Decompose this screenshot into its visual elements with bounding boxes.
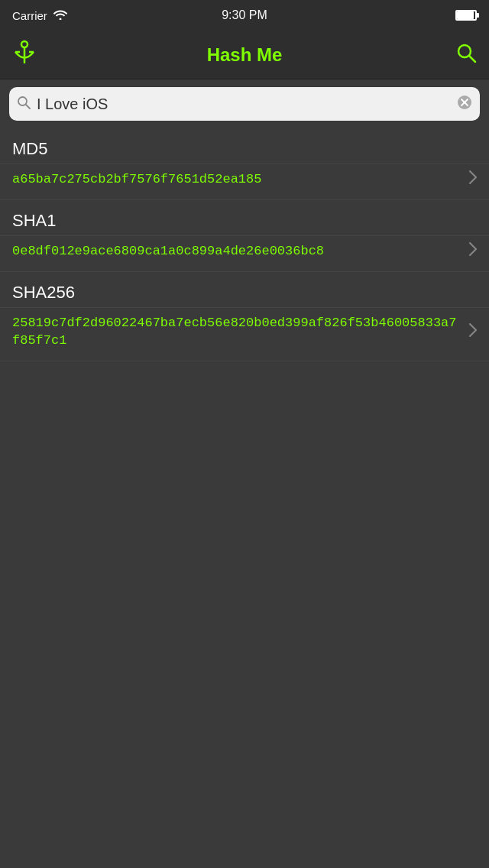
search-small-icon (17, 96, 31, 113)
clear-button[interactable] (457, 95, 472, 114)
status-bar: Carrier 9:30 PM (0, 0, 489, 31)
chevron-icon-md5 (469, 170, 477, 188)
hash-row-sha1[interactable]: 0e8df012e9ace6809ca1a0c899a4de26e0036bc8 (0, 235, 489, 271)
hash-section-sha1: SHA10e8df012e9ace6809ca1a0c899a4de26e003… (0, 200, 489, 272)
hash-row-md5[interactable]: a65ba7c275cb2bf7576f7651d52ea185 (0, 164, 489, 199)
status-time: 9:30 PM (222, 8, 267, 22)
battery-icon (455, 10, 477, 21)
hash-value-md5: a65ba7c275cb2bf7576f7651d52ea185 (12, 170, 461, 189)
hash-row-sha256[interactable]: 25819c7df2d96022467ba7ecb56e820b0ed399af… (0, 307, 489, 361)
search-input[interactable] (37, 96, 457, 113)
hash-label-sha256: SHA256 (0, 272, 489, 307)
carrier-label: Carrier (12, 9, 47, 22)
svg-point-6 (18, 97, 27, 105)
search-bar (9, 87, 480, 121)
anchor-icon[interactable] (12, 39, 37, 70)
hash-value-sha1: 0e8df012e9ace6809ca1a0c899a4de26e0036bc8 (12, 242, 461, 261)
search-button[interactable] (455, 42, 477, 68)
nav-title: Hash Me (207, 44, 283, 66)
hash-section-sha256: SHA25625819c7df2d96022467ba7ecb56e820b0e… (0, 272, 489, 362)
nav-bar: Hash Me (0, 31, 489, 79)
wifi-icon (53, 9, 67, 22)
hash-label-sha1: SHA1 (0, 200, 489, 235)
svg-point-0 (21, 41, 28, 47)
chevron-icon-sha256 (469, 323, 477, 341)
hash-value-sha256: 25819c7df2d96022467ba7ecb56e820b0ed399af… (12, 314, 461, 351)
hash-section-md5: MD5a65ba7c275cb2bf7576f7651d52ea185 (0, 128, 489, 200)
hash-list: MD5a65ba7c275cb2bf7576f7651d52ea185SHA10… (0, 128, 489, 361)
svg-line-7 (26, 105, 30, 108)
chevron-icon-sha1 (469, 242, 477, 260)
hash-label-md5: MD5 (0, 128, 489, 164)
svg-line-5 (469, 56, 475, 62)
